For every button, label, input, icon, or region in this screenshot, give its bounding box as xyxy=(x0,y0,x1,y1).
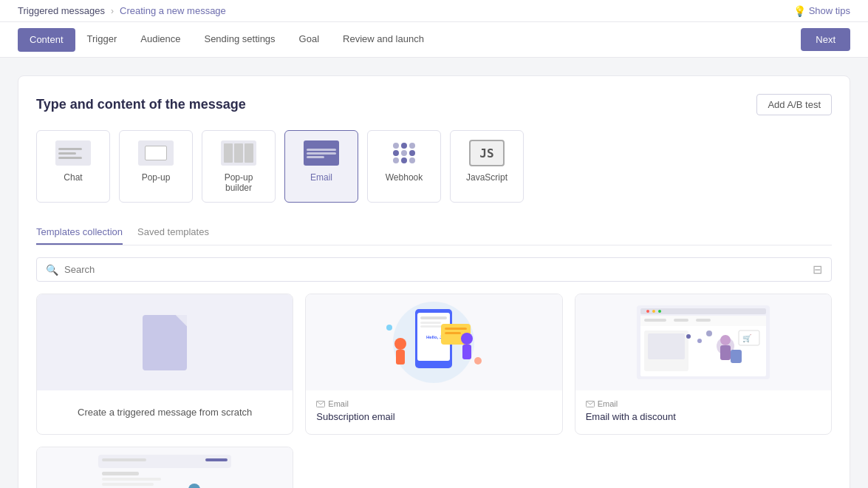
subscription-card-type: Email xyxy=(316,399,551,408)
breadcrumb-current: Creating a new message xyxy=(120,5,226,16)
breadcrumb: Triggered messages › Creating a new mess… xyxy=(18,5,226,16)
subscription-card-name: Subscription email xyxy=(316,411,551,422)
svg-point-10 xyxy=(394,338,406,350)
popup-icon xyxy=(138,140,174,166)
main-content: Type and content of the message Add A/B … xyxy=(0,58,868,488)
svg-point-19 xyxy=(646,310,649,313)
svg-rect-11 xyxy=(396,350,405,365)
type-card-popup[interactable]: Pop-up xyxy=(119,130,193,203)
tab-review-and-launch[interactable]: Review and launch xyxy=(331,22,436,57)
search-icon: 🔍 xyxy=(46,264,58,276)
type-label-webhook: Webhook xyxy=(386,172,423,183)
svg-point-20 xyxy=(652,310,655,313)
svg-point-30 xyxy=(720,335,731,345)
type-label-chat: Chat xyxy=(64,172,82,183)
svg-rect-25 xyxy=(674,319,688,322)
document-icon xyxy=(143,315,187,370)
svg-rect-13 xyxy=(462,345,471,359)
svg-rect-4 xyxy=(420,322,441,324)
svg-point-12 xyxy=(461,333,473,345)
email-type-icon xyxy=(316,401,325,407)
email-icon xyxy=(304,140,339,166)
svg-point-37 xyxy=(706,331,712,336)
tab-audience[interactable]: Audience xyxy=(129,22,192,57)
discount-card-body: Email Email with a discount xyxy=(575,390,831,431)
chat-icon xyxy=(55,140,91,166)
message-type-selector: Chat Pop-up xyxy=(36,130,832,203)
type-card-webhook[interactable]: Webhook xyxy=(367,130,441,203)
svg-rect-41 xyxy=(102,458,146,461)
show-tips-button[interactable]: 💡 Show tips xyxy=(793,5,850,17)
svg-rect-45 xyxy=(102,483,154,486)
type-card-javascript[interactable]: JS JavaScript xyxy=(450,130,524,203)
svg-point-21 xyxy=(658,310,661,313)
card-header: Type and content of the message Add A/B … xyxy=(36,94,832,115)
nav-tabs: Content Trigger Audience Sending setting… xyxy=(18,22,436,57)
svg-rect-32 xyxy=(731,350,742,363)
scratch-card-label: Create a triggered message from scratch xyxy=(47,399,282,425)
lightbulb-icon: 💡 xyxy=(793,5,806,17)
nav-bar: Content Trigger Audience Sending setting… xyxy=(0,22,868,58)
discount-illustration: 🛒 xyxy=(622,298,785,387)
tab-sending-settings[interactable]: Sending settings xyxy=(192,22,287,57)
discount-card-type: Email xyxy=(586,399,821,408)
type-label-popup: Pop-up xyxy=(142,172,171,183)
type-label-javascript: JavaScript xyxy=(466,172,508,183)
svg-rect-44 xyxy=(102,478,161,481)
template-grid: Create a triggered message from scratch xyxy=(36,294,832,488)
template-tabs: Templates collection Saved templates xyxy=(36,220,832,245)
svg-text:🛒: 🛒 xyxy=(742,333,752,343)
svg-rect-24 xyxy=(644,319,666,322)
tab-saved-templates[interactable]: Saved templates xyxy=(137,220,209,245)
top-bar: Triggered messages › Creating a new mess… xyxy=(0,0,868,22)
tab-content[interactable]: Content xyxy=(18,28,75,52)
filter-icon[interactable]: ⊟ xyxy=(813,262,822,277)
subscription-card-image: Hello, John! xyxy=(306,294,561,390)
type-card-popup-builder[interactable]: Pop-up builder xyxy=(202,130,276,203)
welcome-illustration xyxy=(83,451,246,488)
breadcrumb-separator: › xyxy=(111,6,114,16)
type-label-email: Email xyxy=(310,172,332,183)
popup-builder-icon xyxy=(221,140,256,166)
template-card-welcome[interactable]: Email Welcome email xyxy=(36,447,293,488)
show-tips-label: Show tips xyxy=(809,5,850,16)
svg-rect-26 xyxy=(696,319,711,322)
svg-rect-42 xyxy=(205,458,228,461)
type-card-email[interactable]: Email xyxy=(284,130,358,203)
svg-rect-9 xyxy=(445,332,461,334)
template-card-subscription[interactable]: Hello, John! xyxy=(305,294,562,435)
breadcrumb-parent[interactable]: Triggered messages xyxy=(18,5,105,16)
svg-rect-3 xyxy=(420,316,447,319)
svg-point-35 xyxy=(686,334,691,339)
svg-rect-5 xyxy=(420,325,444,328)
content-card: Type and content of the message Add A/B … xyxy=(18,75,850,488)
template-card-scratch[interactable]: Create a triggered message from scratch xyxy=(36,294,293,435)
welcome-card-image xyxy=(37,447,293,488)
svg-rect-43 xyxy=(102,472,139,475)
add-ab-test-button[interactable]: Add A/B test xyxy=(756,94,832,115)
subscription-card-body: Email Subscription email xyxy=(306,390,561,431)
javascript-icon: JS xyxy=(469,140,505,166)
svg-rect-31 xyxy=(720,345,731,360)
type-card-chat[interactable]: Chat xyxy=(36,130,110,203)
email-type-icon-2 xyxy=(586,401,595,407)
search-input[interactable] xyxy=(64,264,807,275)
tab-templates-collection[interactable]: Templates collection xyxy=(36,220,123,245)
svg-rect-8 xyxy=(445,328,467,330)
tab-goal[interactable]: Goal xyxy=(287,22,331,57)
discount-card-name: Email with a discount xyxy=(586,411,821,422)
svg-point-36 xyxy=(697,339,702,343)
scratch-card-body: Create a triggered message from scratch xyxy=(37,390,293,434)
scratch-card-image xyxy=(37,294,293,390)
subscription-illustration: Hello, John! xyxy=(360,298,508,387)
type-label-popup-builder: Pop-up builder xyxy=(214,172,263,193)
svg-rect-28 xyxy=(648,333,685,359)
card-title: Type and content of the message xyxy=(36,97,246,112)
webhook-icon xyxy=(386,140,422,166)
svg-point-14 xyxy=(386,325,392,331)
template-card-discount[interactable]: 🛒 Email Email with xyxy=(575,294,832,435)
discount-card-image: 🛒 xyxy=(575,294,831,390)
tab-trigger[interactable]: Trigger xyxy=(75,22,129,57)
search-bar: 🔍 ⊟ xyxy=(36,257,832,282)
next-button[interactable]: Next xyxy=(801,28,850,51)
